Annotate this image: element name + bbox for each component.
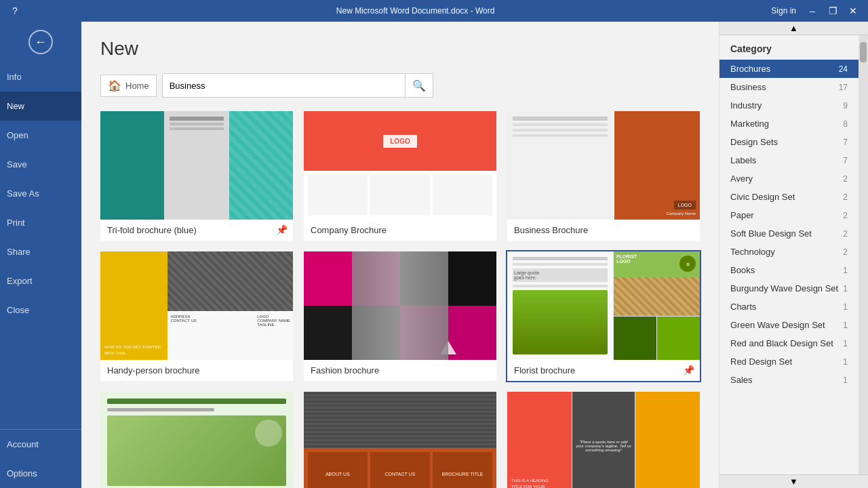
category-list: Brochures24Business17Industry9Marketing8… [719, 60, 859, 389]
home-label: Home [125, 81, 149, 91]
category-item-charts[interactable]: Charts1 [719, 298, 859, 316]
category-item-sales[interactable]: Sales1 [719, 371, 859, 389]
signin-button[interactable]: Sign in [771, 6, 796, 16]
category-item-avery[interactable]: Avery2 [719, 169, 859, 188]
help-button[interactable]: ? [5, 1, 24, 20]
template-card-colorful[interactable]: THIS IS A HEADINGTITLE FOR YOURSTORY "Pl… [507, 392, 700, 488]
back-circle-icon: ← [28, 30, 53, 54]
sidebar-item-info[interactable]: Info [0, 62, 81, 92]
category-name: Marketing [730, 119, 769, 129]
category-name: Books [730, 265, 755, 275]
template-thumb-trifold [100, 111, 293, 220]
template-thumb-florist: Large quotegoes here. ✿ FLORISTLOGO [507, 251, 700, 360]
sidebar-item-open[interactable]: Open [0, 121, 81, 150]
category-item-civic-design-set[interactable]: Civic Design Set2 [719, 188, 859, 206]
page-title: New [100, 38, 700, 60]
category-count: 2 [843, 229, 848, 239]
template-label-handy: Handy-person brochure [100, 360, 293, 381]
sidebar-item-saveas[interactable]: Save As [0, 179, 81, 208]
category-name: Burgundy Wave Design Set [730, 283, 838, 293]
category-count: 2 [843, 192, 848, 202]
category-item-red-black[interactable]: Red and Black Design Set1 [719, 334, 859, 352]
scroll-down-button[interactable]: ▼ [789, 476, 798, 487]
category-item-paper[interactable]: Paper2 [719, 206, 859, 224]
category-count: 2 [843, 211, 848, 220]
search-button[interactable]: 🔍 [405, 74, 433, 97]
category-name: Industry [730, 100, 762, 110]
app-body: ← Info New Open Save Save As Print Share… [0, 22, 868, 488]
home-button[interactable]: 🏠 Home [100, 75, 157, 97]
category-name: Red and Black Design Set [730, 338, 833, 348]
category-name: Brochures [730, 64, 770, 74]
close-button[interactable]: ✕ [844, 1, 863, 20]
category-name: Technology [730, 247, 775, 257]
template-thumb-fashion [304, 251, 496, 360]
category-name: Sales [730, 375, 753, 385]
template-label-business: Business Brochure [507, 220, 700, 241]
template-card-fashion[interactable]: Fashion brochure [304, 251, 496, 381]
template-label-florist: Florist brochure [507, 360, 700, 381]
sidebar-item-share[interactable]: Share [0, 237, 81, 266]
sidebar-item-new[interactable]: New [0, 92, 81, 121]
template-thumb-company: LOGO [304, 111, 496, 220]
category-item-design-sets[interactable]: Design Sets7 [719, 133, 859, 151]
main-content: New 🏠 Home 🔍 [81, 22, 719, 488]
category-item-red-design[interactable]: Red Design Set1 [719, 352, 859, 371]
template-thumb-handy: HOW DO YOU GET STARTED WITH THIS... ADDR… [100, 251, 293, 360]
category-item-burgundy-wave[interactable]: Burgundy Wave Design Set1 [719, 279, 859, 298]
minimize-button[interactable]: – [803, 1, 822, 20]
template-card-green[interactable]: Green brochure [100, 392, 293, 488]
category-name: Avery [730, 174, 753, 184]
category-count: 7 [843, 156, 848, 165]
restore-button[interactable]: ❐ [823, 1, 842, 20]
sidebar-item-print[interactable]: Print [0, 208, 81, 237]
back-button[interactable]: ← [0, 22, 81, 62]
template-card-florist[interactable]: Large quotegoes here. ✿ FLORISTLOGO [507, 251, 700, 381]
category-count: 1 [843, 266, 848, 275]
template-card-handy[interactable]: HOW DO YOU GET STARTED WITH THIS... ADDR… [100, 251, 293, 381]
category-item-business[interactable]: Business17 [719, 78, 859, 96]
category-count: 17 [839, 83, 848, 92]
titlebar-title: New Microsoft Word Document.docx - Word [60, 6, 771, 16]
sidebar-item-options[interactable]: Options [0, 459, 81, 488]
template-card-business[interactable]: LOGO Company Name Business Brochure [507, 111, 700, 241]
category-count: 7 [843, 138, 848, 147]
category-item-brochures[interactable]: Brochures24 [719, 60, 859, 78]
template-thumb-colorful: THIS IS A HEADINGTITLE FOR YOURSTORY "Pl… [507, 392, 700, 488]
category-panel: Category Brochures24Business17Industry9M… [719, 35, 859, 474]
sidebar-item-export[interactable]: Export [0, 266, 81, 296]
scroll-up-button[interactable]: ▲ [790, 24, 798, 33]
category-count: 2 [843, 174, 848, 184]
category-count: 2 [843, 247, 848, 257]
template-grid: Tri-fold brochure (blue) 📌 LOGO [100, 111, 700, 488]
template-card-trifold[interactable]: Tri-fold brochure (blue) 📌 [100, 111, 293, 241]
category-item-green-wave[interactable]: Green Wave Design Set1 [719, 316, 859, 334]
sidebar-item-close[interactable]: Close [0, 296, 81, 325]
category-item-labels[interactable]: Labels7 [719, 151, 859, 169]
category-count: 9 [843, 101, 848, 110]
category-item-technology[interactable]: Technology2 [719, 243, 859, 261]
scrollbar-track[interactable] [859, 35, 868, 474]
category-count: 1 [843, 302, 848, 312]
category-item-marketing[interactable]: Marketing8 [719, 115, 859, 133]
category-name: Red Design Set [730, 357, 792, 367]
template-card-company[interactable]: LOGO Company Brochure [304, 111, 496, 241]
category-count: 1 [843, 375, 848, 385]
category-name: Charts [730, 302, 756, 312]
sidebar-item-save[interactable]: Save [0, 150, 81, 179]
category-name: Business [730, 82, 766, 92]
category-item-soft-blue[interactable]: Soft Blue Design Set2 [719, 224, 859, 243]
search-box: 🔍 [162, 73, 433, 98]
template-thumb-green [100, 392, 293, 488]
category-item-industry[interactable]: Industry9 [719, 96, 859, 115]
scrollbar-thumb[interactable] [860, 42, 867, 62]
template-label-company: Company Brochure [304, 220, 496, 241]
template-label-fashion: Fashion brochure [304, 360, 496, 381]
titlebar: ? New Microsoft Word Document.docx - Wor… [0, 0, 868, 22]
sidebar-item-account[interactable]: Account [0, 430, 81, 459]
category-item-books[interactable]: Books1 [719, 261, 859, 279]
template-card-tech[interactable]: ABOUT US CONTACT US BROCHURE TITLE Tech … [304, 392, 496, 488]
category-count: 24 [839, 64, 848, 74]
category-count: 8 [843, 119, 848, 129]
search-input[interactable] [163, 76, 405, 96]
